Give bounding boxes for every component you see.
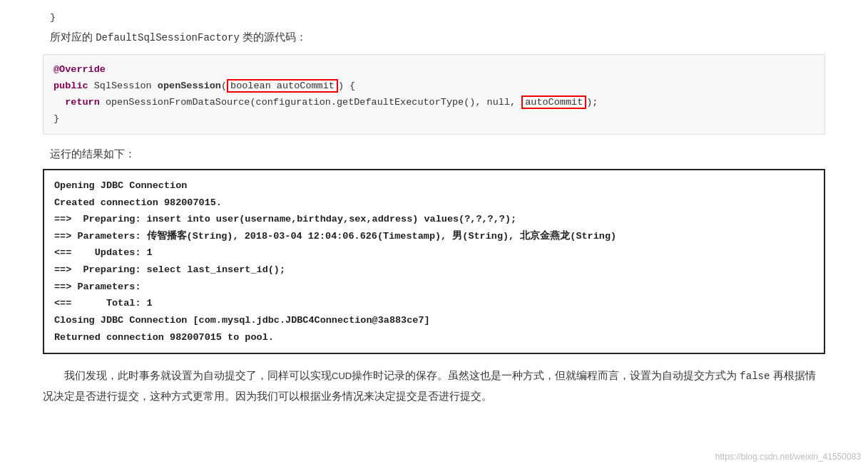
result-label: 运行的结果如下：: [50, 145, 825, 163]
result-line-9: Closing JDBC Connection [com.mysql.jdbc.…: [54, 312, 814, 329]
result-line-6: ==> Preparing: select last_insert_id();: [54, 262, 814, 279]
watermark: https://blog.csdn.net/weixin_41550083: [715, 450, 861, 464]
code-line-1: @Override: [53, 62, 815, 78]
result-line-7: ==> Parameters:: [54, 279, 814, 296]
result-line-5: <== Updates: 1: [54, 244, 814, 262]
result-output-block: Opening JDBC Connection Created connecti…: [43, 169, 825, 354]
result-line-8: <== Total: 1: [54, 295, 814, 312]
result-line-3: ==> Preparing: insert into user(username…: [54, 211, 814, 228]
code-line-2: public SqlSession openSession(boolean au…: [53, 78, 815, 95]
result-line-2: Created connection 982007015.: [54, 195, 814, 212]
intro-text: 所对应的 DefaultSqlSessionFactory 类的源代码：: [43, 28, 825, 47]
result-line-1: Opening JDBC Connection: [54, 177, 814, 195]
source-code-block: @Override public SqlSession openSession(…: [43, 54, 825, 135]
top-code-snippet: }: [43, 7, 825, 28]
result-line-10: Returned connection 982007015 to pool.: [54, 329, 814, 346]
code-line-4: }: [53, 111, 815, 128]
result-line-4: ==> Parameters: 传智播客(String), 2018-03-04…: [54, 228, 814, 245]
code-line-3: return openSessionFromDataSource(configu…: [53, 95, 815, 111]
summary-paragraph: 我们发现，此时事务就设置为自动提交了，同样可以实现CUD操作时记录的保存。虽然这…: [43, 366, 825, 406]
